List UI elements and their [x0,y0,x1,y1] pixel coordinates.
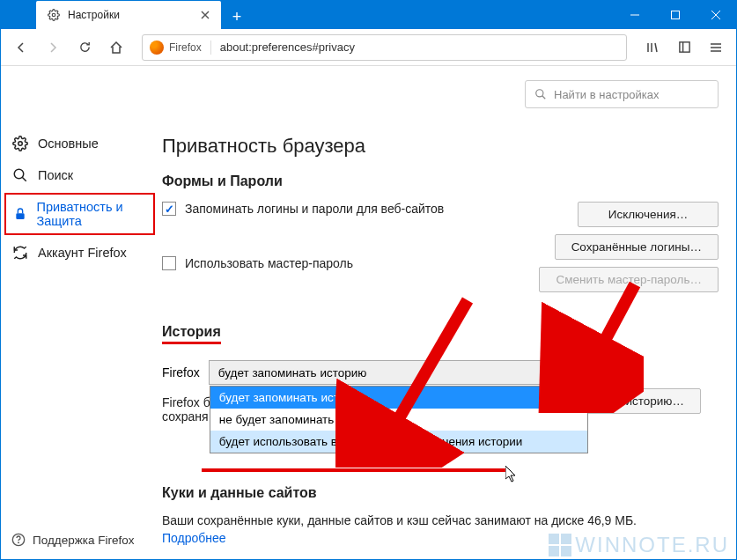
window-titlebar: Настройки + [1,1,736,29]
saved-logins-button[interactable]: Сохранённые логины… [555,234,719,260]
sidebar-item-privacy[interactable]: Приватность и Защита [4,193,155,235]
sidebar-item-account[interactable]: Аккаунт Firefox [1,237,162,269]
support-label: Поддержка Firefox [33,534,134,547]
svg-rect-27 [561,534,571,544]
history-heading: История [162,324,221,344]
maximize-button[interactable] [655,1,696,29]
svg-point-16 [14,169,24,179]
search-icon [11,166,29,184]
sidebar-item-label: Аккаунт Firefox [38,246,127,260]
svg-rect-29 [561,546,571,556]
svg-point-22 [18,542,19,543]
change-master-button[interactable]: Сменить мастер-пароль… [539,267,719,292]
library-button[interactable] [639,34,666,61]
svg-point-19 [536,90,543,97]
site-identity[interactable]: Firefox [150,41,211,55]
remember-logins-label: Запоминать логины и пароли для веб-сайто… [185,202,539,216]
gear-icon [47,8,61,22]
svg-point-0 [52,13,55,17]
search-icon [534,88,547,100]
svg-line-9 [655,43,657,52]
history-option-custom[interactable]: будет использовать ваши настройки хранен… [210,431,587,453]
sidebar-item-general[interactable]: Основные [1,128,162,159]
browser-toolbar: Firefox about:preferences#privacy [1,29,736,66]
history-desc-line2: сохраня [162,409,209,424]
new-tab-button[interactable]: + [225,4,249,29]
history-option-never[interactable]: не будет запоминать историю [210,409,587,431]
firefox-icon [150,41,164,55]
window-close-button[interactable] [696,1,736,29]
page-title: Приватность браузера [162,135,719,158]
tab-title: Настройки [68,9,198,21]
browser-tab[interactable]: Настройки [36,1,221,29]
search-placeholder: Найти в настройках [554,88,660,101]
menu-button[interactable] [703,34,729,61]
url-text: about:preferences#privacy [220,41,355,54]
forms-heading: Формы и Пароли [162,173,719,189]
cookies-text: Ваши сохранённые куки, данные сайтов и к… [162,513,719,527]
close-icon[interactable] [198,8,212,22]
minimize-button[interactable] [615,1,655,29]
cursor-icon [505,466,518,483]
sidebar-item-label: Основные [38,136,99,151]
preferences-main: Найти в настройках Приватность браузера … [162,66,736,560]
svg-rect-26 [549,534,559,544]
sidebar-item-search[interactable]: Поиск [1,159,162,191]
svg-rect-28 [549,546,559,556]
windows-icon [549,534,571,556]
master-password-checkbox[interactable] [162,256,176,270]
cookies-heading: Куки и данные сайтов [162,485,719,501]
history-option-remember[interactable]: будет запоминать историю [210,387,587,409]
watermark: WINNOTE.RU [549,533,729,557]
svg-line-17 [22,177,26,181]
support-link[interactable]: Поддержка Firefox [11,533,134,547]
sidebar-item-label: Приватность и Защита [36,200,148,228]
history-dropdown: будет запоминать историю не будет запоми… [210,386,588,453]
sidebar-button[interactable] [671,34,697,61]
history-selected: будет запоминать историю [218,366,367,379]
svg-rect-4 [672,11,680,19]
svg-point-15 [18,142,23,146]
watermark-text: WINNOTE.RU [575,533,729,557]
history-desc-line1: Firefox б [162,395,210,409]
home-button[interactable] [103,34,129,61]
history-prefix: Firefox [162,365,200,379]
gear-icon [11,135,29,152]
forward-button[interactable] [40,34,66,61]
sidebar-item-label: Поиск [38,168,73,182]
lock-icon [13,205,27,223]
preferences-sidebar: Основные Поиск Приватность и Защита Акка… [1,66,162,560]
svg-line-20 [542,96,546,99]
master-password-label: Использовать мастер-пароль [185,256,539,270]
chevron-down-icon [572,370,579,374]
help-icon [11,533,26,547]
preferences-search[interactable]: Найти в настройках [525,80,719,108]
svg-rect-18 [17,213,25,219]
history-mode-select[interactable]: будет запоминать историю будет запоминат… [209,360,587,385]
sync-icon [11,244,29,262]
url-bar[interactable]: Firefox about:preferences#privacy [142,34,627,61]
identity-label: Firefox [169,41,202,54]
back-button[interactable] [8,34,34,61]
reload-button[interactable] [71,34,98,61]
cookies-more-link[interactable]: Подробнее [162,531,226,545]
remember-logins-checkbox[interactable] [162,202,176,216]
exceptions-button[interactable]: Исключения… [578,202,719,227]
svg-rect-10 [679,42,689,52]
